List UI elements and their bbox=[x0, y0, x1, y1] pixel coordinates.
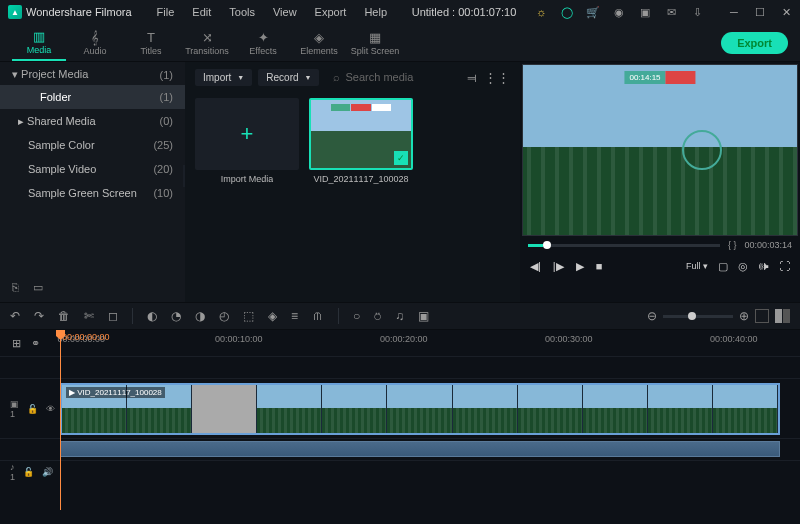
audio-adjust-icon[interactable]: ⫙ bbox=[312, 309, 324, 323]
menu-view[interactable]: View bbox=[266, 6, 304, 18]
tab-titles[interactable]: TTitles bbox=[124, 25, 178, 61]
timeline-toolbar: ↶ ↷ 🗑 ✄ ◻ ◐ ◔ ◑ ◴ ⬚ ◈ ≡ ⫙ ○ ⍥ ♫ ▣ ⊖ ⊕ bbox=[0, 302, 800, 330]
eye-icon[interactable]: 👁 bbox=[46, 404, 55, 414]
lock-icon[interactable]: 🔓 bbox=[27, 404, 38, 414]
audio-link-track[interactable] bbox=[0, 438, 800, 460]
braces-label: { } bbox=[728, 240, 737, 250]
menu-edit[interactable]: Edit bbox=[185, 6, 218, 18]
playhead-time: 00:00:00:00 bbox=[62, 332, 110, 342]
menu-export[interactable]: Export bbox=[308, 6, 354, 18]
sidebar-header[interactable]: ▾ Project Media(1) bbox=[0, 64, 185, 85]
zoom-slider[interactable] bbox=[663, 315, 733, 318]
tab-split-screen[interactable]: ▦Split Screen bbox=[348, 25, 402, 61]
step-back-button[interactable]: |▶ bbox=[553, 260, 564, 273]
playhead[interactable] bbox=[60, 330, 61, 510]
search-input[interactable]: ⌕Search media bbox=[325, 68, 459, 86]
new-folder-icon[interactable]: ⎘ bbox=[12, 281, 19, 294]
sidebar-item-shared[interactable]: ▸ Shared Media(0) bbox=[0, 109, 185, 133]
selected-check-icon: ✓ bbox=[394, 151, 408, 165]
quality-dropdown[interactable]: Full ▾ bbox=[686, 261, 708, 271]
crop-icon[interactable]: ◻ bbox=[108, 309, 118, 323]
undo-icon[interactable]: ↶ bbox=[10, 309, 20, 323]
fullscreen-icon[interactable]: ⛶ bbox=[779, 260, 790, 272]
lightbulb-icon[interactable]: ☼ bbox=[534, 5, 548, 19]
track-label: ♪ 1 bbox=[10, 462, 15, 482]
cut-icon[interactable]: ✄ bbox=[84, 309, 94, 323]
search-icon: ⌕ bbox=[333, 71, 340, 83]
globe-icon[interactable]: ◉ bbox=[612, 5, 626, 19]
media-sidebar: ▾ Project Media(1) Folder(1) ▸ Shared Me… bbox=[0, 62, 185, 302]
record-dropdown[interactable]: Record▼ bbox=[258, 69, 319, 86]
video-clip[interactable]: ▶ VID_20211117_100028 bbox=[60, 383, 780, 435]
keyframe-icon[interactable]: ◈ bbox=[268, 309, 277, 323]
filter-icon[interactable]: ⫤ bbox=[465, 70, 478, 85]
panel-layout-icon[interactable] bbox=[775, 309, 790, 323]
maximize-button[interactable]: ☐ bbox=[754, 6, 766, 19]
tab-elements[interactable]: ◈Elements bbox=[292, 25, 346, 61]
sidebar-item-sample-green[interactable]: Sample Green Screen(10) bbox=[0, 181, 185, 205]
redo-icon[interactable]: ↷ bbox=[34, 309, 44, 323]
timeline: 00:00:00:00 ⊞⚭ 00:00:00:00 00:00:10:00 0… bbox=[0, 330, 800, 524]
preview-scrubber[interactable] bbox=[528, 244, 720, 247]
menu-file[interactable]: File bbox=[150, 6, 182, 18]
save-icon[interactable]: ▣ bbox=[638, 5, 652, 19]
tab-transitions[interactable]: ⤨Transitions bbox=[180, 25, 234, 61]
cart-icon[interactable]: 🛒 bbox=[586, 5, 600, 19]
headphones-icon[interactable]: ◯ bbox=[560, 5, 574, 19]
speaker-icon[interactable]: 🔊 bbox=[42, 467, 53, 477]
main-tabs: ▥Media 𝄞Audio TTitles ⤨Transitions ✦Effe… bbox=[0, 24, 800, 62]
folder-icon[interactable]: ▭ bbox=[33, 281, 43, 294]
track-add-icon[interactable]: ⊞ bbox=[12, 337, 21, 350]
track-label: ▣ 1 bbox=[10, 399, 19, 419]
video-track[interactable]: ▣ 1🔓👁 ▶ VID_20211117_100028 bbox=[0, 378, 800, 438]
delete-icon[interactable]: 🗑 bbox=[58, 309, 70, 323]
zoom-out-icon[interactable]: ⊖ bbox=[647, 309, 657, 323]
greenscreen-icon[interactable]: ◑ bbox=[195, 309, 205, 323]
import-media-tile[interactable]: + Import Media bbox=[195, 98, 299, 184]
mic-icon[interactable]: ⇩ bbox=[690, 5, 704, 19]
color-icon[interactable]: ◔ bbox=[171, 309, 181, 323]
audio-track[interactable]: ♪ 1🔓🔊 bbox=[0, 460, 800, 482]
preview-viewport[interactable]: 00:14:15 bbox=[522, 64, 798, 236]
display-icon[interactable]: ▢ bbox=[718, 260, 728, 273]
voiceover-icon[interactable]: ⍥ bbox=[374, 309, 381, 323]
timeline-ruler[interactable]: ⊞⚭ 00:00:00:00 00:00:10:00 00:00:20:00 0… bbox=[0, 330, 800, 356]
mail-icon[interactable]: ✉ bbox=[664, 5, 678, 19]
detect-icon[interactable]: ⬚ bbox=[243, 309, 254, 323]
audio-clip[interactable] bbox=[60, 441, 780, 457]
sidebar-item-sample-color[interactable]: Sample Color(25) bbox=[0, 133, 185, 157]
grid-view-icon[interactable]: ⋮⋮ bbox=[484, 70, 510, 85]
menu-tools[interactable]: Tools bbox=[222, 6, 262, 18]
mixer-icon[interactable]: ♫ bbox=[395, 309, 404, 323]
snapshot-icon[interactable]: ◎ bbox=[738, 260, 748, 273]
prev-frame-button[interactable]: ◀| bbox=[530, 260, 541, 273]
stop-button[interactable]: ■ bbox=[596, 260, 603, 272]
menu-help[interactable]: Help bbox=[357, 6, 394, 18]
sidebar-item-folder[interactable]: Folder(1) bbox=[0, 85, 185, 109]
preview-panel: 00:14:15 { } 00:00:03:14 ◀| |▶ ▶ ■ Full … bbox=[520, 62, 800, 302]
lock-icon[interactable]: 🔓 bbox=[23, 467, 34, 477]
volume-icon[interactable]: 🕪 bbox=[758, 260, 769, 272]
timer-icon[interactable]: ◴ bbox=[219, 309, 229, 323]
speed-icon[interactable]: ◐ bbox=[147, 309, 157, 323]
adjust-icon[interactable]: ≡ bbox=[291, 309, 298, 323]
media-clip[interactable]: ✓ VID_20211117_100028 bbox=[309, 98, 413, 184]
close-button[interactable]: ✕ bbox=[780, 6, 792, 19]
sidebar-item-sample-video[interactable]: Sample Video(20) bbox=[0, 157, 185, 181]
marker-icon[interactable]: ○ bbox=[353, 309, 360, 323]
play-button[interactable]: ▶ bbox=[576, 260, 584, 273]
app-logo: ▲ bbox=[8, 5, 22, 19]
tab-effects[interactable]: ✦Effects bbox=[236, 25, 290, 61]
spacer-track bbox=[0, 356, 800, 378]
plus-icon: + bbox=[241, 121, 254, 147]
render-icon[interactable]: ▣ bbox=[418, 309, 429, 323]
link-icon[interactable]: ⚭ bbox=[31, 337, 40, 350]
minimize-button[interactable]: ─ bbox=[728, 6, 740, 19]
import-dropdown[interactable]: Import▼ bbox=[195, 69, 252, 86]
export-button[interactable]: Export bbox=[721, 32, 788, 54]
zoom-in-icon[interactable]: ⊕ bbox=[739, 309, 749, 323]
tab-media[interactable]: ▥Media bbox=[12, 25, 66, 61]
tab-audio[interactable]: 𝄞Audio bbox=[68, 25, 122, 61]
timecode: 00:00:03:14 bbox=[744, 240, 792, 250]
zoom-fit-icon[interactable] bbox=[755, 309, 769, 323]
